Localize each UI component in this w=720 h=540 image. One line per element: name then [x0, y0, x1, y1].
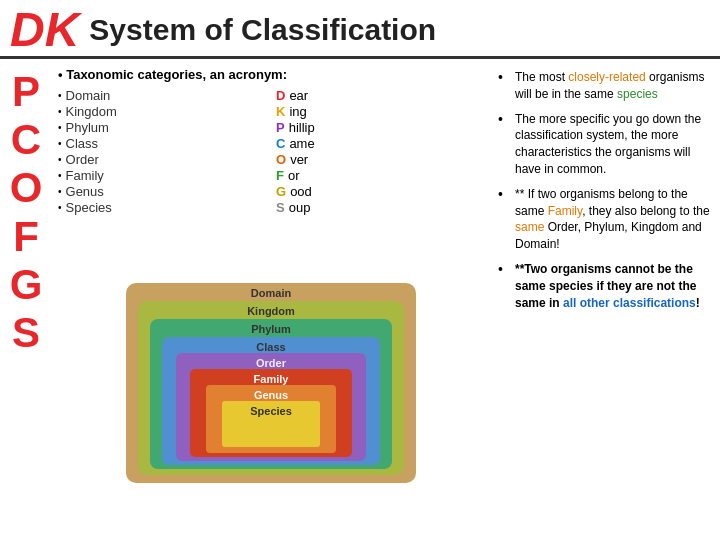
- bullet-dot: •: [498, 186, 510, 203]
- list-item: • Family: [58, 168, 266, 183]
- letter-S: S: [12, 310, 40, 356]
- bullet-text-2: The more specific you go down the classi…: [515, 111, 710, 178]
- list-item-acronym: Came: [276, 136, 484, 151]
- list-item: • Phylum: [58, 120, 266, 135]
- letter-P: P: [12, 69, 40, 115]
- letter-F: F: [13, 214, 39, 260]
- bullet-dot: •: [498, 111, 510, 128]
- bullet-point-2: • The more specific you go down the clas…: [498, 111, 710, 178]
- diagram-species: Species: [222, 401, 320, 447]
- center-column: • Taxonomic categories, an acronym: • Do…: [52, 59, 490, 540]
- main-content: P C O F G S • Taxonomic categories, an a…: [0, 59, 720, 540]
- left-letters-column: P C O F G S: [0, 59, 52, 540]
- list-item: • Order: [58, 152, 266, 167]
- letter-C: C: [11, 117, 41, 163]
- bullet-icon: •: [58, 138, 62, 149]
- list-item-acronym: Over: [276, 152, 484, 167]
- intro-text: • Taxonomic categories, an acronym:: [58, 67, 484, 82]
- list-item: • Species: [58, 200, 266, 215]
- list-item: • Kingdom: [58, 104, 266, 119]
- list-item-acronym: Soup: [276, 200, 484, 215]
- bullet-icon: •: [58, 122, 62, 133]
- list-item-acronym: Phillip: [276, 120, 484, 135]
- taxonomy-list: • Domain Dear • Kingdom King • Phylum Ph…: [58, 88, 484, 215]
- right-column: • The most closely-related organisms wil…: [490, 59, 720, 540]
- bullet-point-4: • **Two organisms cannot be the same spe…: [498, 261, 710, 311]
- bullet-text-1: The most closely-related organisms will …: [515, 69, 710, 103]
- bullet-icon: •: [58, 154, 62, 165]
- bullet-dot: •: [498, 69, 510, 86]
- bullet-icon: •: [58, 170, 62, 181]
- bullet-icon: •: [58, 90, 62, 101]
- list-item: • Class: [58, 136, 266, 151]
- list-item-acronym: Good: [276, 184, 484, 199]
- page-title: System of Classification: [89, 13, 436, 47]
- bullet-text-4: **Two organisms cannot be the same speci…: [515, 261, 710, 311]
- bullet-point-3: • ** If two organisms belong to the same…: [498, 186, 710, 253]
- list-item: • Genus: [58, 184, 266, 199]
- bullet-point-1: • The most closely-related organisms wil…: [498, 69, 710, 103]
- list-item-acronym: King: [276, 104, 484, 119]
- list-item: • Domain: [58, 88, 266, 103]
- bullet-icon: •: [58, 202, 62, 213]
- dk-logo: DK: [10, 6, 79, 54]
- list-item-acronym: Dear: [276, 88, 484, 103]
- bullet-dot: •: [498, 261, 510, 278]
- list-item-acronym: For: [276, 168, 484, 183]
- header: DK System of Classification: [0, 0, 720, 59]
- bullet-text-3: ** If two organisms belong to the same F…: [515, 186, 710, 253]
- bullet-icon: •: [58, 186, 62, 197]
- bullet-icon: •: [58, 106, 62, 117]
- letter-O: O: [10, 165, 43, 211]
- letter-G: G: [10, 262, 43, 308]
- nested-diagram: Domain Kingdom Phylum Class Order Family…: [58, 225, 484, 540]
